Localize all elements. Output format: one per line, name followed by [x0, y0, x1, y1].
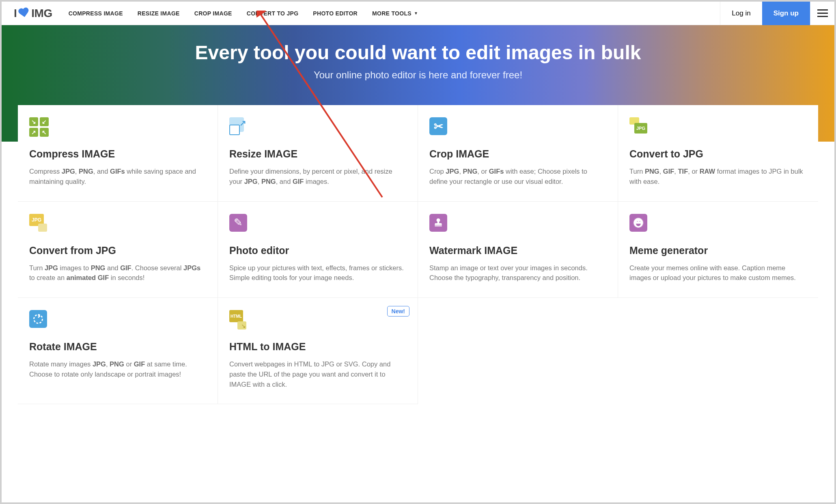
nav-compress[interactable]: COMPRESS IMAGE: [69, 10, 123, 17]
tool-desc: Compress JPG, PNG, and GIFs while saving…: [29, 166, 206, 187]
logo-prefix: I: [14, 7, 17, 20]
nav-resize[interactable]: RESIZE IMAGE: [138, 10, 180, 17]
tool-title: Convert to JPG: [629, 148, 807, 160]
tool-desc: Rotate many images JPG, PNG or GIF at sa…: [29, 359, 206, 379]
html-icon: HTML↘: [229, 310, 406, 330]
auth-area: Log in Sign up: [720, 2, 834, 25]
tool-photo-editor[interactable]: ✎ Photo editor Spice up your pictures wi…: [218, 202, 418, 298]
tool-desc: Spice up your pictures with text, effect…: [229, 263, 406, 283]
to-jpg-icon: JPG: [629, 117, 807, 138]
nav-convert[interactable]: CONVERT TO JPG: [247, 10, 299, 17]
nav-label: MORE TOOLS: [372, 10, 412, 17]
nav-label: RESIZE IMAGE: [138, 10, 180, 17]
tool-title: HTML to IMAGE: [229, 341, 406, 353]
empty-cell: [618, 298, 818, 404]
login-label: Log in: [732, 9, 750, 17]
tool-from-jpg[interactable]: JPG Convert from JPG Turn JPG images to …: [18, 202, 218, 298]
hero-title: Every tool you could want to edit images…: [2, 41, 834, 64]
tool-title: Meme generator: [629, 245, 807, 256]
tool-title: Photo editor: [229, 245, 406, 256]
tool-title: Rotate IMAGE: [29, 341, 206, 353]
signup-button[interactable]: Sign up: [762, 2, 810, 25]
tool-title: Resize IMAGE: [229, 148, 406, 160]
nav-crop[interactable]: CROP IMAGE: [194, 10, 232, 17]
nav-label: PHOTO EDITOR: [313, 10, 358, 17]
tool-to-jpg[interactable]: JPG Convert to JPG Turn PNG, GIF, TIF, o…: [618, 105, 818, 202]
tool-title: Watermark IMAGE: [429, 245, 606, 256]
nav-editor[interactable]: PHOTO EDITOR: [313, 10, 358, 17]
crop-icon: ✂: [429, 117, 606, 138]
tool-rotate[interactable]: Rotate IMAGE Rotate many images JPG, PNG…: [18, 298, 218, 404]
logo[interactable]: I IMG: [14, 7, 52, 20]
header: I IMG COMPRESS IMAGE RESIZE IMAGE CROP I…: [2, 2, 834, 25]
hero-subtitle: Your online photo editor is here and for…: [2, 69, 834, 81]
tools-grid: ↘↙↗↖ Compress IMAGE Compress JPG, PNG, a…: [18, 105, 818, 404]
hero-title-a: Every tool you could want to: [195, 42, 466, 63]
login-button[interactable]: Log in: [720, 2, 762, 25]
hero-title-b: edit images: [465, 42, 573, 63]
from-jpg-icon: JPG: [29, 214, 206, 234]
compress-icon: ↘↙↗↖: [29, 117, 206, 138]
stamp-icon: [429, 214, 606, 234]
menu-icon[interactable]: [810, 2, 834, 25]
tool-title: Compress IMAGE: [29, 148, 206, 160]
tool-resize[interactable]: ↗ Resize IMAGE Define your dimensions, b…: [218, 105, 418, 202]
signup-label: Sign up: [774, 9, 799, 17]
tool-crop[interactable]: ✂ Crop IMAGE Crop JPG, PNG, or GIFs with…: [418, 105, 618, 202]
nav-label: CONVERT TO JPG: [247, 10, 299, 17]
tool-compress[interactable]: ↘↙↗↖ Compress IMAGE Compress JPG, PNG, a…: [18, 105, 218, 202]
tool-title: Crop IMAGE: [429, 148, 606, 160]
logo-suffix: IMG: [31, 7, 52, 20]
tool-desc: Define your dimensions, by percent or pi…: [229, 166, 406, 187]
pencil-icon: ✎: [229, 214, 406, 234]
nav-label: CROP IMAGE: [194, 10, 232, 17]
tool-title: Convert from JPG: [29, 245, 206, 256]
heart-icon: [17, 7, 30, 19]
resize-icon: ↗: [229, 117, 406, 138]
tool-desc: Crop JPG, PNG, or GIFs with ease; Choose…: [429, 166, 606, 187]
nav: COMPRESS IMAGE RESIZE IMAGE CROP IMAGE C…: [69, 10, 720, 17]
tool-desc: Stamp an image or text over your images …: [429, 263, 606, 283]
smile-icon: [629, 214, 807, 234]
tool-desc: Turn JPG images to PNG and GIF. Choose s…: [29, 263, 206, 283]
svg-point-2: [34, 315, 43, 323]
tool-desc: Create your memes online with ease. Capt…: [629, 263, 807, 283]
tool-watermark[interactable]: Watermark IMAGE Stamp an image or text o…: [418, 202, 618, 298]
tool-desc: Convert webpages in HTML to JPG or SVG. …: [229, 359, 406, 389]
rotate-icon: [29, 310, 206, 330]
tool-html-to-image[interactable]: New! HTML↘ HTML to IMAGE Convert webpage…: [218, 298, 418, 404]
badge-new: New!: [387, 306, 409, 317]
caret-down-icon: ▼: [414, 11, 418, 15]
tool-desc: Turn PNG, GIF, TIF, or RAW format images…: [629, 166, 807, 187]
tool-meme[interactable]: Meme generator Create your memes online …: [618, 202, 818, 298]
empty-cell: [418, 298, 618, 404]
nav-label: COMPRESS IMAGE: [69, 10, 123, 17]
hero-title-c: in bulk: [573, 42, 641, 63]
nav-more[interactable]: MORE TOOLS ▼: [372, 10, 418, 17]
